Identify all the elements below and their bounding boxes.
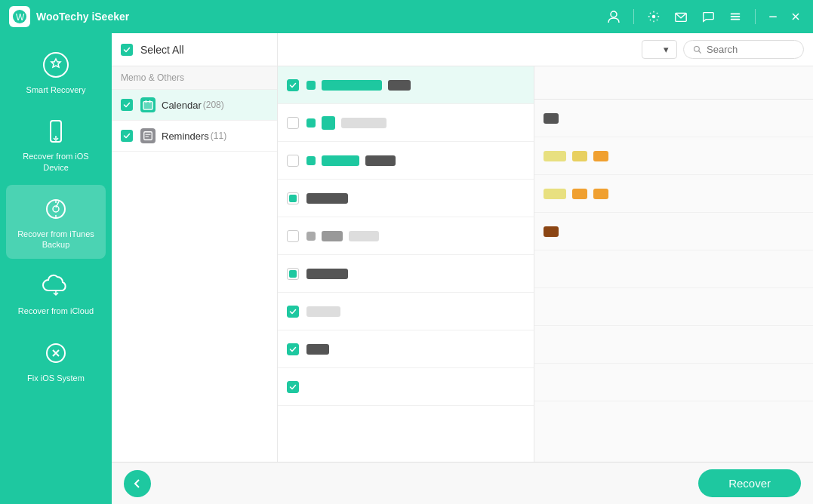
row-block (544, 189, 566, 199)
row-block (544, 113, 559, 124)
sidebar-item-recover-itunes[interactable]: Recover from iTunes Backup (6, 185, 106, 260)
table-row[interactable] (278, 330, 534, 368)
table-row[interactable] (278, 368, 534, 406)
row-content (306, 306, 525, 317)
data-list (278, 66, 534, 462)
calendar-checkbox[interactable] (121, 99, 133, 111)
table-row[interactable] (278, 217, 534, 255)
right-col-toolbar (534, 66, 813, 100)
sidebar-item-recover-ios[interactable]: Recover from iOS Device (6, 107, 106, 182)
partial-check (289, 195, 297, 202)
row-checkbox[interactable] (287, 155, 299, 167)
title-bar: W WooTechy iSeeker (0, 0, 813, 33)
account-icon[interactable] (603, 6, 624, 27)
right-col-row (534, 100, 813, 137)
back-button[interactable] (124, 470, 151, 497)
search-icon (693, 45, 702, 55)
row-color (306, 232, 316, 241)
content-area: Select All Memo & Others Calendar (208) (112, 33, 813, 504)
select-all-checkbox[interactable] (121, 44, 133, 56)
category-item-calendar[interactable]: Calendar (208) (112, 90, 277, 121)
table-row[interactable] (278, 293, 534, 330)
table-row[interactable] (278, 104, 534, 142)
row-checkbox[interactable] (287, 192, 299, 204)
recover-button[interactable]: Recover (698, 469, 801, 497)
menu-icon[interactable] (725, 6, 746, 27)
row-checkbox[interactable] (287, 343, 299, 355)
row-content (306, 344, 525, 355)
reminders-icon (140, 128, 156, 143)
minimize-button[interactable] (765, 8, 781, 25)
row-block (341, 118, 386, 128)
row-checkbox[interactable] (287, 79, 299, 91)
main-layout: Smart Recovery Recover from iOS Device R… (0, 33, 813, 504)
select-all-row[interactable]: Select All (112, 33, 277, 66)
row-checkbox[interactable] (287, 230, 299, 242)
filter-label: ▾ (664, 44, 669, 55)
sidebar-item-recover-icloud[interactable]: Recover from iCloud (6, 262, 106, 325)
row-block (306, 193, 348, 204)
row-checkbox[interactable] (287, 306, 299, 318)
sidebar-item-smart-recovery[interactable]: Smart Recovery (6, 41, 106, 104)
divider (633, 9, 634, 24)
svg-rect-6 (731, 16, 741, 17)
row-block (365, 155, 396, 166)
svg-rect-8 (769, 17, 777, 18)
row-color (306, 81, 316, 90)
svg-text:W: W (16, 12, 25, 23)
row-content (306, 269, 525, 279)
reminders-label: Reminders (162, 131, 209, 142)
search-box (683, 40, 804, 59)
reminders-checkbox[interactable] (121, 130, 133, 142)
sidebar-label-smart-recovery: Smart Recovery (26, 85, 86, 95)
row-block (544, 151, 566, 161)
row-content (322, 231, 525, 241)
svg-point-23 (694, 46, 700, 51)
calendar-label: Calendar (162, 100, 202, 111)
right-col-row (534, 175, 813, 213)
row-checkbox[interactable] (287, 381, 299, 393)
row-content (322, 116, 525, 130)
table-row[interactable] (278, 66, 534, 104)
row-checkbox[interactable] (287, 117, 299, 129)
svg-rect-20 (144, 132, 152, 140)
row-block (306, 344, 329, 355)
left-panel: Select All Memo & Others Calendar (208) (112, 33, 278, 462)
sidebar-label-recover-icloud: Recover from iCloud (18, 306, 94, 316)
svg-rect-7 (731, 19, 741, 20)
sidebar-label-fix-ios: Fix iOS System (27, 373, 85, 383)
svg-point-11 (44, 53, 68, 77)
row-color (306, 156, 316, 165)
select-all-label: Select All (140, 44, 184, 56)
settings-icon[interactable] (643, 6, 664, 27)
table-row[interactable] (278, 180, 534, 217)
row-color (306, 118, 316, 128)
close-button[interactable] (787, 8, 804, 25)
row-block (322, 231, 343, 241)
chat-icon[interactable] (698, 6, 719, 27)
filter-button[interactable]: ▾ (642, 40, 677, 59)
right-panel: ▾ (278, 33, 813, 462)
svg-rect-5 (731, 14, 741, 15)
search-input[interactable] (707, 44, 794, 55)
table-row[interactable] (278, 142, 534, 180)
right-side-col (534, 66, 813, 462)
right-col-row (534, 213, 813, 250)
right-col-row (534, 137, 813, 175)
svg-rect-16 (143, 102, 152, 110)
partial-check (289, 270, 297, 278)
panels-row: Select All Memo & Others Calendar (208) (112, 33, 813, 462)
row-content (306, 193, 525, 204)
category-header: Memo & Others (112, 66, 277, 90)
table-row[interactable] (278, 255, 534, 293)
row-checkbox[interactable] (287, 268, 299, 280)
svg-point-3 (652, 15, 656, 19)
title-bar-actions (603, 6, 804, 27)
toolbar-row: ▾ (278, 33, 813, 66)
calendar-count: (208) (203, 100, 224, 110)
bottom-bar: Recover (112, 462, 813, 504)
sidebar-item-fix-ios[interactable]: Fix iOS System (6, 329, 106, 392)
category-item-reminders[interactable]: Reminders (11) (112, 121, 277, 152)
row-block (544, 226, 559, 237)
mail-icon[interactable] (670, 6, 691, 27)
